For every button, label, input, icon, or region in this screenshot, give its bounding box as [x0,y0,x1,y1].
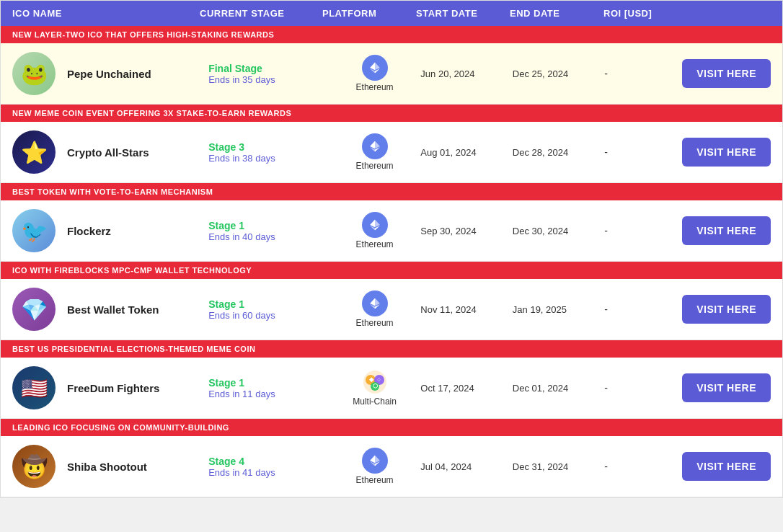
platform-cell-flockerz: Ethereum [329,212,420,249]
stage-cell-best-wallet-token: Stage 1 Ends in 60 days [208,298,329,321]
ico-name-crypto-all-stars: Crypto All-Stars [67,146,208,159]
action-cell-best-wallet-token: VISIT HERE [682,295,771,324]
visit-button-shiba-shootout[interactable]: VISIT HERE [682,452,771,481]
col-header-roi: ROI [USD] [603,8,683,19]
roi-pepe-unchained: - [604,68,682,79]
stage-ends-pepe-unchained: Ends in 35 days [208,74,329,85]
platform-cell-freedum-fighters: ◆ ○ ⬡ Multi-Chain [329,369,420,407]
banner-row-freedum-fighters: BEST US PRESIDENTIAL ELECTIONS-THEMED ME… [1,340,782,358]
roi-shiba-shootout: - [604,461,682,472]
platform-cell-pepe-unchained: Ethereum [329,55,420,92]
stage-name-pepe-unchained: Final Stage [208,63,329,74]
action-cell-shiba-shootout: VISIT HERE [682,452,771,481]
platform-label: Ethereum [356,318,394,328]
start-date-pepe-unchained: Jun 20, 2024 [420,68,512,79]
banner-text-crypto-all-stars: NEW MEME COIN EVENT OFFERING 3X STAKE-TO… [12,109,291,118]
stage-cell-pepe-unchained: Final Stage Ends in 35 days [208,63,329,85]
svg-marker-12 [375,298,380,306]
ico-row-pepe-unchained: 🐸 Pepe Unchained Final Stage Ends in 35 … [1,43,782,105]
banner-section-shiba-shootout: LEADING ICO FOCUSING ON COMMUNITY-BUILDI… [1,419,782,436]
col-header-start: START DATE [416,8,510,19]
stage-name-crypto-all-stars: Stage 3 [208,141,329,153]
end-date-pepe-unchained: Dec 25, 2024 [513,68,604,79]
eth-icon [362,448,388,474]
col-header-stage: CURRENT STAGE [200,8,322,19]
svg-marker-4 [375,141,380,149]
action-cell-pepe-unchained: VISIT HERE [682,59,771,88]
action-cell-crypto-all-stars: VISIT HERE [682,138,771,167]
svg-marker-0 [375,63,380,71]
ico-logo-pepe-unchained: 🐸 [12,52,56,95]
stage-ends-best-wallet-token: Ends in 60 days [208,310,329,321]
roi-crypto-all-stars: - [604,146,682,158]
col-header-end: END DATE [510,8,603,19]
banner-row-crypto-all-stars: NEW MEME COIN EVENT OFFERING 3X STAKE-TO… [1,105,782,122]
end-date-crypto-all-stars: Dec 28, 2024 [513,147,604,158]
rows-container: NEW LAYER-TWO ICO THAT OFFERS HIGH-STAKI… [1,26,782,497]
svg-text:⬡: ⬡ [373,383,378,389]
platform-cell-crypto-all-stars: Ethereum [329,133,420,171]
stage-name-shiba-shootout: Stage 4 [208,456,329,467]
platform-label: Ethereum [356,239,394,249]
ico-row-freedum-fighters: 🇺🇸 FreeDum Fighters Stage 1 Ends in 11 d… [1,358,782,419]
platform-label: Ethereum [356,475,394,485]
end-date-best-wallet-token: Jan 19, 2025 [513,304,604,315]
banner-section-crypto-all-stars: NEW MEME COIN EVENT OFFERING 3X STAKE-TO… [1,105,782,122]
svg-marker-13 [370,298,375,306]
svg-marker-23 [375,456,380,464]
visit-button-pepe-unchained[interactable]: VISIT HERE [682,59,771,88]
banner-text-pepe-unchained: NEW LAYER-TWO ICO THAT OFFERS HIGH-STAKI… [12,30,274,39]
banner-section-pepe-unchained: NEW LAYER-TWO ICO THAT OFFERS HIGH-STAKI… [1,26,782,43]
visit-button-best-wallet-token[interactable]: VISIT HERE [682,295,771,324]
platform-cell-best-wallet-token: Ethereum [329,291,420,328]
visit-button-flockerz[interactable]: VISIT HERE [682,216,771,245]
ico-logo-crypto-all-stars: ⭐ [12,130,56,174]
banner-row-shiba-shootout: LEADING ICO FOCUSING ON COMMUNITY-BUILDI… [1,419,782,436]
stage-cell-shiba-shootout: Stage 4 Ends in 41 days [208,456,329,478]
ico-name-flockerz: Flockerz [67,225,208,237]
visit-button-freedum-fighters[interactable]: VISIT HERE [682,373,771,402]
roi-best-wallet-token: - [604,303,682,315]
roi-flockerz: - [604,225,682,236]
eth-icon [362,55,388,81]
banner-text-freedum-fighters: BEST US PRESIDENTIAL ELECTIONS-THEMED ME… [12,345,255,353]
banner-text-flockerz: BEST TOKEN WITH VOTE-TO-EARN MECHANISM [12,187,213,196]
end-date-flockerz: Dec 30, 2024 [513,226,604,236]
roi-freedum-fighters: - [604,382,682,394]
svg-marker-1 [370,63,375,71]
eth-icon [362,133,388,159]
start-date-shiba-shootout: Jul 04, 2024 [420,461,512,472]
visit-button-crypto-all-stars[interactable]: VISIT HERE [682,138,771,167]
eth-icon [362,291,388,316]
platform-label: Ethereum [356,161,394,171]
eth-icon [362,212,388,238]
ico-row-best-wallet-token: 💎 Best Wallet Token Stage 1 Ends in 60 d… [1,279,782,340]
start-date-flockerz: Sep 30, 2024 [420,226,512,236]
stage-ends-freedum-fighters: Ends in 11 days [208,389,329,399]
stage-cell-crypto-all-stars: Stage 3 Ends in 38 days [208,141,329,164]
end-date-freedum-fighters: Dec 01, 2024 [513,383,604,394]
platform-label: Multi-Chain [353,396,397,407]
ico-row-crypto-all-stars: ⭐ Crypto All-Stars Stage 3 Ends in 38 da… [1,122,782,183]
svg-text:◆: ◆ [368,376,374,383]
svg-marker-24 [370,456,375,464]
ico-name-shiba-shootout: Shiba Shootout [67,461,208,473]
ico-name-best-wallet-token: Best Wallet Token [67,303,208,316]
svg-marker-9 [370,220,375,228]
multichain-icon: ◆ ○ ⬡ [362,369,388,395]
action-cell-flockerz: VISIT HERE [682,216,771,245]
end-date-shiba-shootout: Dec 31, 2024 [513,461,604,472]
banner-row-pepe-unchained: NEW LAYER-TWO ICO THAT OFFERS HIGH-STAKI… [1,26,782,43]
stage-name-flockerz: Stage 1 [208,220,329,231]
banner-row-best-wallet-token: ICO WITH FIREBLOCKS MPC-CMP WALLET TECHN… [1,262,782,279]
banner-section-freedum-fighters: BEST US PRESIDENTIAL ELECTIONS-THEMED ME… [1,340,782,358]
svg-text:○: ○ [377,376,381,383]
stage-name-best-wallet-token: Stage 1 [208,298,329,310]
banner-section-flockerz: BEST TOKEN WITH VOTE-TO-EARN MECHANISM [1,183,782,200]
ico-logo-shiba-shootout: 🤠 [12,445,56,488]
stage-ends-crypto-all-stars: Ends in 38 days [208,153,329,164]
ico-table: ICO NAME CURRENT STAGE PLATFORM START DA… [0,0,783,498]
ico-row-flockerz: 🐦 Flockerz Stage 1 Ends in 40 days Ether… [1,200,782,262]
stage-ends-flockerz: Ends in 40 days [208,231,329,242]
platform-label: Ethereum [356,82,394,92]
